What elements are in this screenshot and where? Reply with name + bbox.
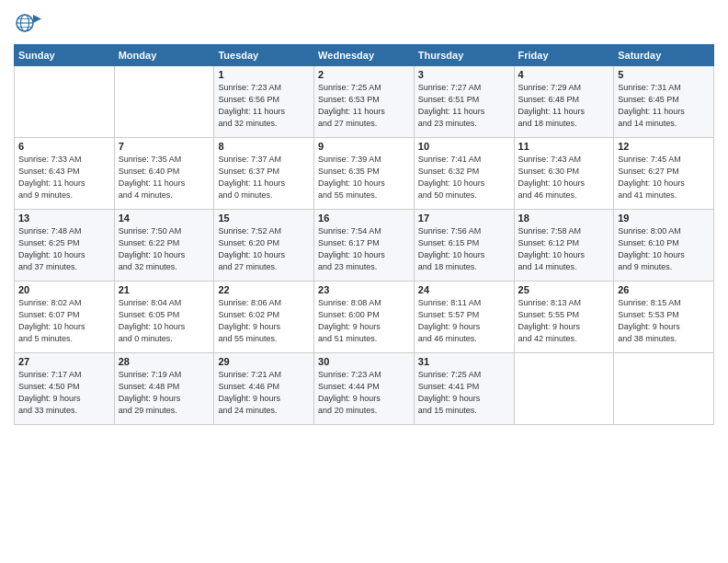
day-number: 8: [218, 141, 310, 152]
day-info: Sunrise: 8:00 AM Sunset: 6:10 PM Dayligh…: [618, 225, 710, 273]
day-header-friday: Friday: [514, 45, 614, 66]
day-info: Sunrise: 8:15 AM Sunset: 5:53 PM Dayligh…: [618, 297, 710, 345]
day-number: 18: [518, 213, 610, 224]
day-info: Sunrise: 7:21 AM Sunset: 4:46 PM Dayligh…: [218, 369, 310, 417]
day-number: 23: [318, 284, 410, 295]
day-number: 26: [618, 284, 710, 295]
day-header-saturday: Saturday: [614, 45, 714, 66]
calendar-cell: 27Sunrise: 7:17 AM Sunset: 4:50 PM Dayli…: [15, 353, 115, 425]
calendar-week-2: 6Sunrise: 7:33 AM Sunset: 6:43 PM Daylig…: [15, 138, 714, 210]
day-info: Sunrise: 8:11 AM Sunset: 5:57 PM Dayligh…: [418, 297, 510, 345]
day-info: Sunrise: 7:58 AM Sunset: 6:12 PM Dayligh…: [518, 225, 610, 273]
day-info: Sunrise: 7:54 AM Sunset: 6:17 PM Dayligh…: [318, 225, 410, 273]
day-info: Sunrise: 7:43 AM Sunset: 6:30 PM Dayligh…: [518, 154, 610, 201]
calendar-cell: 21Sunrise: 8:04 AM Sunset: 6:05 PM Dayli…: [114, 282, 214, 353]
calendar-cell: 30Sunrise: 7:23 AM Sunset: 4:44 PM Dayli…: [314, 353, 415, 425]
day-number: 4: [518, 69, 610, 80]
calendar-cell: 23Sunrise: 8:08 AM Sunset: 6:00 PM Dayli…: [314, 282, 415, 353]
calendar-cell: 18Sunrise: 7:58 AM Sunset: 6:12 PM Dayli…: [514, 210, 614, 282]
day-info: Sunrise: 7:35 AM Sunset: 6:40 PM Dayligh…: [119, 154, 210, 201]
day-info: Sunrise: 7:33 AM Sunset: 6:43 PM Dayligh…: [18, 154, 110, 201]
header: [14, 9, 714, 37]
calendar-cell: 5Sunrise: 7:31 AM Sunset: 6:45 PM Daylig…: [614, 66, 714, 138]
calendar-cell: [114, 66, 214, 138]
day-info: Sunrise: 7:25 AM Sunset: 6:53 PM Dayligh…: [318, 82, 410, 130]
calendar-cell: 17Sunrise: 7:56 AM Sunset: 6:15 PM Dayli…: [414, 210, 514, 282]
day-number: 13: [18, 213, 110, 224]
calendar-cell: 15Sunrise: 7:52 AM Sunset: 6:20 PM Dayli…: [214, 210, 314, 282]
day-number: 3: [418, 69, 510, 80]
day-info: Sunrise: 8:06 AM Sunset: 6:02 PM Dayligh…: [218, 297, 310, 345]
day-number: 25: [518, 284, 610, 295]
calendar-cell: 7Sunrise: 7:35 AM Sunset: 6:40 PM Daylig…: [114, 138, 214, 210]
calendar-week-4: 20Sunrise: 8:02 AM Sunset: 6:07 PM Dayli…: [15, 282, 714, 353]
day-info: Sunrise: 7:29 AM Sunset: 6:48 PM Dayligh…: [518, 82, 610, 130]
calendar-cell: 12Sunrise: 7:45 AM Sunset: 6:27 PM Dayli…: [614, 138, 714, 210]
calendar-cell: [15, 66, 115, 138]
day-info: Sunrise: 8:02 AM Sunset: 6:07 PM Dayligh…: [18, 297, 110, 345]
calendar-cell: 3Sunrise: 7:27 AM Sunset: 6:51 PM Daylig…: [414, 66, 514, 138]
day-info: Sunrise: 8:13 AM Sunset: 5:55 PM Dayligh…: [518, 297, 610, 345]
day-info: Sunrise: 8:04 AM Sunset: 6:05 PM Dayligh…: [119, 297, 210, 345]
day-header-sunday: Sunday: [15, 45, 115, 66]
day-number: 21: [119, 284, 210, 295]
day-number: 15: [218, 213, 310, 224]
calendar-cell: 24Sunrise: 8:11 AM Sunset: 5:57 PM Dayli…: [414, 282, 514, 353]
day-number: 14: [119, 213, 210, 224]
calendar-cell: 25Sunrise: 8:13 AM Sunset: 5:55 PM Dayli…: [514, 282, 614, 353]
calendar-cell: 31Sunrise: 7:25 AM Sunset: 4:41 PM Dayli…: [414, 353, 514, 425]
day-info: Sunrise: 8:08 AM Sunset: 6:00 PM Dayligh…: [318, 297, 410, 345]
calendar-cell: 20Sunrise: 8:02 AM Sunset: 6:07 PM Dayli…: [15, 282, 115, 353]
day-info: Sunrise: 7:19 AM Sunset: 4:48 PM Dayligh…: [119, 369, 210, 417]
calendar-cell: 22Sunrise: 8:06 AM Sunset: 6:02 PM Dayli…: [214, 282, 314, 353]
logo: [14, 9, 45, 37]
day-number: 17: [418, 213, 510, 224]
day-number: 16: [318, 213, 410, 224]
calendar-week-5: 27Sunrise: 7:17 AM Sunset: 4:50 PM Dayli…: [15, 353, 714, 425]
calendar-cell: 1Sunrise: 7:23 AM Sunset: 6:56 PM Daylig…: [214, 66, 314, 138]
day-info: Sunrise: 7:17 AM Sunset: 4:50 PM Dayligh…: [18, 369, 110, 417]
day-number: 30: [318, 356, 410, 367]
calendar-week-3: 13Sunrise: 7:48 AM Sunset: 6:25 PM Dayli…: [15, 210, 714, 282]
day-info: Sunrise: 7:27 AM Sunset: 6:51 PM Dayligh…: [418, 82, 510, 130]
day-number: 28: [119, 356, 210, 367]
day-number: 20: [18, 284, 110, 295]
calendar-cell: 26Sunrise: 8:15 AM Sunset: 5:53 PM Dayli…: [614, 282, 714, 353]
day-header-tuesday: Tuesday: [214, 45, 314, 66]
calendar-cell: [514, 353, 614, 425]
day-number: 7: [119, 141, 210, 152]
day-info: Sunrise: 7:45 AM Sunset: 6:27 PM Dayligh…: [618, 154, 710, 201]
calendar-cell: 9Sunrise: 7:39 AM Sunset: 6:35 PM Daylig…: [314, 138, 415, 210]
day-number: 27: [18, 356, 110, 367]
calendar-cell: 4Sunrise: 7:29 AM Sunset: 6:48 PM Daylig…: [514, 66, 614, 138]
day-number: 5: [618, 69, 710, 80]
day-info: Sunrise: 7:56 AM Sunset: 6:15 PM Dayligh…: [418, 225, 510, 273]
day-number: 2: [318, 69, 410, 80]
day-header-monday: Monday: [114, 45, 214, 66]
day-info: Sunrise: 7:25 AM Sunset: 4:41 PM Dayligh…: [418, 369, 510, 417]
day-number: 6: [18, 141, 110, 152]
calendar-cell: 14Sunrise: 7:50 AM Sunset: 6:22 PM Dayli…: [114, 210, 214, 282]
calendar-cell: 6Sunrise: 7:33 AM Sunset: 6:43 PM Daylig…: [15, 138, 115, 210]
day-number: 12: [618, 141, 710, 152]
day-header-thursday: Thursday: [414, 45, 514, 66]
calendar-cell: 8Sunrise: 7:37 AM Sunset: 6:37 PM Daylig…: [214, 138, 314, 210]
day-info: Sunrise: 7:23 AM Sunset: 6:56 PM Dayligh…: [218, 82, 310, 130]
calendar-cell: 10Sunrise: 7:41 AM Sunset: 6:32 PM Dayli…: [414, 138, 514, 210]
calendar-cell: 19Sunrise: 8:00 AM Sunset: 6:10 PM Dayli…: [614, 210, 714, 282]
day-info: Sunrise: 7:41 AM Sunset: 6:32 PM Dayligh…: [418, 154, 510, 201]
day-number: 19: [618, 213, 710, 224]
day-info: Sunrise: 7:48 AM Sunset: 6:25 PM Dayligh…: [18, 225, 110, 273]
calendar-cell: [614, 353, 714, 425]
day-number: 31: [418, 356, 510, 367]
day-number: 29: [218, 356, 310, 367]
day-info: Sunrise: 7:31 AM Sunset: 6:45 PM Dayligh…: [618, 82, 710, 130]
logo-icon: [14, 9, 41, 37]
day-info: Sunrise: 7:52 AM Sunset: 6:20 PM Dayligh…: [218, 225, 310, 273]
day-number: 22: [218, 284, 310, 295]
page-container: SundayMondayTuesdayWednesdayThursdayFrid…: [0, 0, 728, 434]
day-info: Sunrise: 7:39 AM Sunset: 6:35 PM Dayligh…: [318, 154, 410, 201]
calendar-cell: 13Sunrise: 7:48 AM Sunset: 6:25 PM Dayli…: [15, 210, 115, 282]
day-header-wednesday: Wednesday: [314, 45, 415, 66]
day-info: Sunrise: 7:23 AM Sunset: 4:44 PM Dayligh…: [318, 369, 410, 417]
